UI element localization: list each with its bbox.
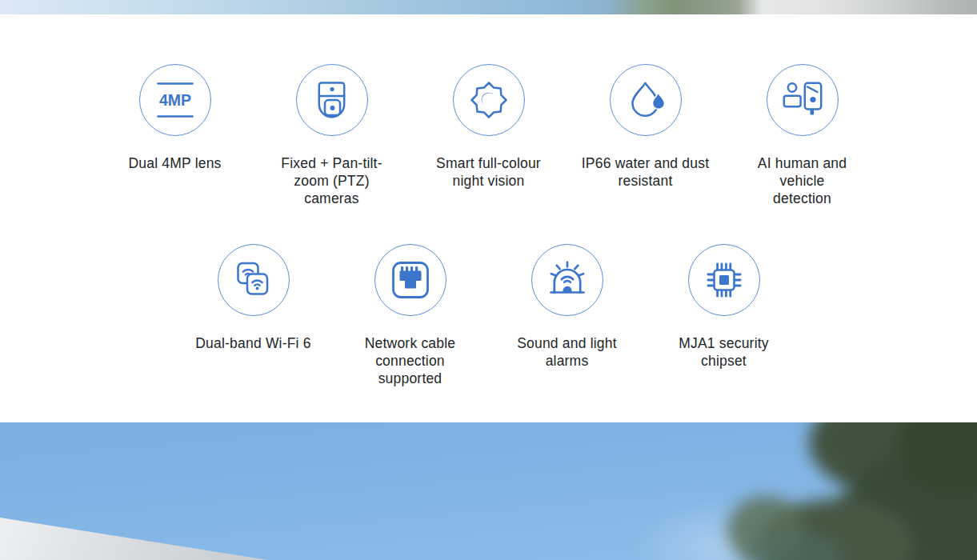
feature-label: AI human and vehicle detection [758, 154, 847, 207]
icon-circle [453, 64, 525, 136]
chipset-icon [703, 258, 746, 302]
night-vision-icon [467, 78, 511, 122]
feature-label: Network cable connection supported [365, 334, 455, 387]
icon-circle [374, 244, 446, 316]
roof-edge [0, 518, 268, 560]
top-photo-edge [0, 0, 977, 14]
ethernet-port-icon [389, 258, 432, 302]
icon-circle [218, 244, 290, 316]
feature-row-1: 4MP Dual 4MP lens Fixed + Pan-tilt- zoom… [0, 64, 977, 207]
feature-label: Fixed + Pan-tilt- zoom (PTZ) cameras [281, 154, 382, 207]
feature-ai-detection: AI human and vehicle detection [724, 64, 881, 207]
feature-ip66-resistant: IP66 water and dust resistant [567, 64, 724, 207]
feature-night-vision: Smart full-colour night vision [410, 64, 567, 207]
sky-photo [0, 422, 977, 560]
icon-circle [767, 64, 839, 136]
icon-circle [531, 244, 603, 316]
feature-row-2: Dual-band Wi-Fi 6 Network cable connecti [0, 244, 977, 387]
feature-sound-light-alarms: Sound and light alarms [489, 244, 646, 387]
feature-label: Smart full-colour night vision [436, 154, 541, 190]
feature-security-chipset: MJA1 security chipset [646, 244, 803, 387]
feature-ptz-cameras: Fixed + Pan-tilt- zoom (PTZ) cameras [254, 64, 410, 207]
water-drop-icon [624, 78, 667, 122]
feature-label: IP66 water and dust resistant [582, 154, 709, 190]
icon-circle [688, 244, 760, 316]
feature-label: Dual 4MP lens [128, 154, 221, 172]
siren-icon [546, 258, 589, 302]
4mp-badge-text: 4MP [158, 91, 190, 109]
feature-label: Dual-band Wi-Fi 6 [195, 334, 310, 352]
icon-circle [296, 64, 368, 136]
ptz-camera-icon [310, 78, 354, 122]
feature-grid: 4MP Dual 4MP lens Fixed + Pan-tilt- zoom… [0, 14, 977, 387]
dual-band-wifi-icon [232, 258, 275, 302]
human-vehicle-icon [781, 78, 824, 122]
tree-foliage [713, 422, 977, 560]
feature-label: Sound and light alarms [517, 334, 617, 370]
feature-dual-band-wifi: Dual-band Wi-Fi 6 [175, 244, 332, 387]
icon-circle [610, 64, 682, 136]
icon-circle: 4MP [139, 64, 211, 136]
feature-label: MJA1 security chipset [679, 334, 769, 370]
4mp-lens-icon: 4MP [154, 78, 197, 122]
feature-dual-4mp-lens: 4MP Dual 4MP lens [97, 64, 254, 207]
feature-network-cable: Network cable connection supported [332, 244, 489, 387]
